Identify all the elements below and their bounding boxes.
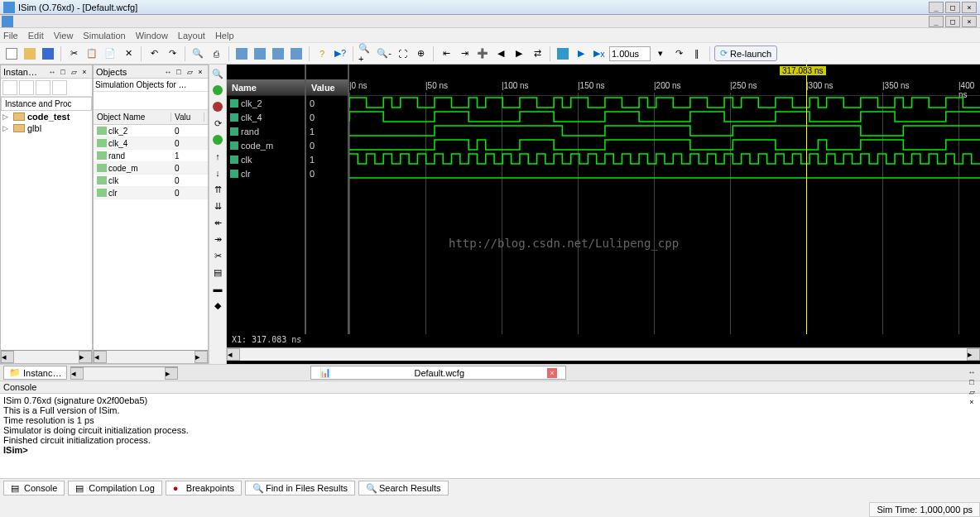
vtb-prev[interactable]: ↞ [210, 215, 225, 230]
minimize-button[interactable]: _ [929, 2, 944, 13]
waveform-trace[interactable] [349, 110, 980, 124]
cut-button[interactable]: ✂ [65, 45, 82, 62]
vtb-goto[interactable] [210, 132, 225, 147]
vtb-marker[interactable]: ◆ [210, 298, 225, 313]
tab-search-results[interactable]: 🔍Search Results [358, 481, 449, 495]
vtb-divider[interactable]: ▬ [210, 281, 225, 296]
mdi-close-button[interactable]: × [962, 16, 977, 27]
panel-max-icon[interactable]: ▱ [185, 67, 195, 77]
waveform-trace[interactable] [349, 152, 980, 166]
waveform-trace[interactable] [349, 124, 980, 138]
obj-filter[interactable] [151, 94, 165, 108]
time-dropdown-button[interactable]: ▾ [652, 45, 669, 62]
wave-signal-row[interactable]: code_m [227, 138, 305, 152]
next-transition-button[interactable]: ⇥ [456, 45, 473, 62]
restore-button[interactable]: □ [945, 2, 960, 13]
zoom-in-button[interactable]: 🔍+ [358, 45, 374, 62]
time-ruler[interactable]: |0 ns|50 ns|100 ns|150 ns|200 ns|250 ns|… [349, 65, 980, 96]
menu-simulation[interactable]: Simulation [83, 31, 125, 41]
run-all-button[interactable]: ▶ [573, 45, 589, 62]
swap-button[interactable]: ⇄ [529, 45, 545, 62]
vtb-add[interactable] [210, 83, 225, 98]
wave-hscroll[interactable]: ◂ ▸ [227, 347, 980, 361]
panel-link-icon[interactable]: ↔ [163, 67, 173, 77]
object-row[interactable]: clk_40 [94, 137, 208, 150]
window-v-button[interactable] [288, 45, 305, 62]
inst-filter-1[interactable] [2, 80, 17, 95]
tree-node-glbl[interactable]: ▷ glbl [1, 122, 92, 134]
panel-max-icon[interactable]: ▱ [69, 67, 79, 77]
menu-edit[interactable]: Edit [28, 31, 44, 41]
window-cascade-button[interactable] [252, 45, 268, 62]
inst-filter-2[interactable] [19, 80, 34, 95]
waveform-canvas[interactable]: 317.083 ns |0 ns|50 ns|100 ns|150 ns|200… [349, 65, 980, 334]
step-button[interactable]: ↷ [670, 45, 687, 62]
tab-compilation-log[interactable]: ▤Compilation Log [68, 481, 162, 495]
wave-signal-row[interactable]: clk [227, 152, 305, 166]
obj-filter[interactable] [180, 94, 193, 108]
expand-icon[interactable]: ▷ [2, 124, 11, 132]
panel-link-icon[interactable]: ↔ [47, 67, 57, 77]
obj-filter[interactable] [166, 94, 179, 108]
col-value[interactable]: Valu [171, 112, 204, 122]
menu-window[interactable]: Window [136, 31, 168, 41]
panel-max-icon[interactable]: ▱ [967, 387, 977, 397]
vtb-refresh[interactable]: ⟳ [210, 116, 225, 131]
relaunch-button[interactable]: ⟳ Re-launch [714, 45, 777, 61]
panel-close-icon[interactable]: × [79, 67, 89, 77]
expand-icon[interactable]: ▷ [2, 112, 11, 121]
mdi-restore-button[interactable]: □ [945, 16, 960, 27]
wave-signal-row[interactable]: rand [227, 124, 305, 138]
cursor-line[interactable] [806, 65, 807, 334]
close-button[interactable]: × [962, 2, 977, 13]
object-row[interactable]: clr0 [94, 187, 208, 199]
panel-link-icon[interactable]: ↔ [967, 367, 977, 377]
scroll-right-button[interactable]: ▸ [967, 348, 980, 361]
window-tile-button[interactable] [233, 45, 250, 62]
objects-hscroll[interactable]: ◂▸ [94, 350, 208, 363]
instances-tab[interactable]: 📁 Instanc… [3, 366, 67, 380]
menu-help[interactable]: Help [215, 31, 234, 41]
delete-button[interactable]: ✕ [120, 45, 137, 62]
waveform-trace[interactable] [349, 96, 980, 110]
inst-filter-4[interactable] [52, 80, 67, 95]
scroll-left-button[interactable]: ◂ [227, 348, 240, 361]
zoom-fit-button[interactable]: ⛶ [394, 45, 411, 62]
panel-close-icon[interactable]: × [967, 397, 977, 407]
obj-filter[interactable] [123, 94, 137, 108]
tab-console[interactable]: ▤Console [3, 481, 65, 495]
vtb-next[interactable]: ↠ [210, 232, 225, 247]
copy-button[interactable]: 📋 [84, 45, 100, 62]
vtb-up[interactable]: ↑ [210, 149, 225, 164]
help-icon[interactable]: ? [314, 45, 330, 62]
wave-signal-row[interactable]: clk_4 [227, 110, 305, 124]
save-button[interactable] [40, 45, 56, 62]
mdi-minimize-button[interactable]: _ [929, 16, 944, 27]
panel-close-icon[interactable]: × [195, 67, 205, 77]
redo-button[interactable]: ↷ [164, 45, 180, 62]
obj-filter[interactable] [95, 94, 108, 108]
vtb-last[interactable]: ⇊ [210, 199, 225, 213]
menu-file[interactable]: File [3, 31, 18, 41]
next-marker-button[interactable]: ▶ [511, 45, 527, 62]
panel-float-icon[interactable]: □ [58, 67, 68, 77]
add-marker-button[interactable]: ➕ [474, 45, 491, 62]
undo-button[interactable]: ↶ [146, 45, 162, 62]
close-tab-button[interactable]: × [547, 368, 557, 378]
zoom-out-button[interactable]: 🔍- [376, 45, 392, 62]
new-button[interactable] [3, 45, 20, 62]
waveform-trace[interactable] [349, 138, 980, 152]
wave-signal-row[interactable]: clr [227, 166, 305, 180]
object-row[interactable]: clk_20 [94, 125, 208, 137]
panel-float-icon[interactable]: □ [174, 67, 184, 77]
wave-name-header[interactable]: Name [227, 79, 305, 96]
object-row[interactable]: clk0 [94, 175, 208, 187]
menu-layout[interactable]: Layout [178, 31, 205, 41]
objects-tab-scroll[interactable]: ◂▸ [70, 366, 178, 380]
prev-marker-button[interactable]: ◀ [492, 45, 509, 62]
vtb-down[interactable]: ↓ [210, 165, 225, 180]
vtb-search[interactable]: 🔍 [210, 66, 225, 81]
wave-value-header[interactable]: Value [306, 79, 348, 96]
break-button[interactable]: ‖ [689, 45, 705, 62]
open-button[interactable] [22, 45, 38, 62]
